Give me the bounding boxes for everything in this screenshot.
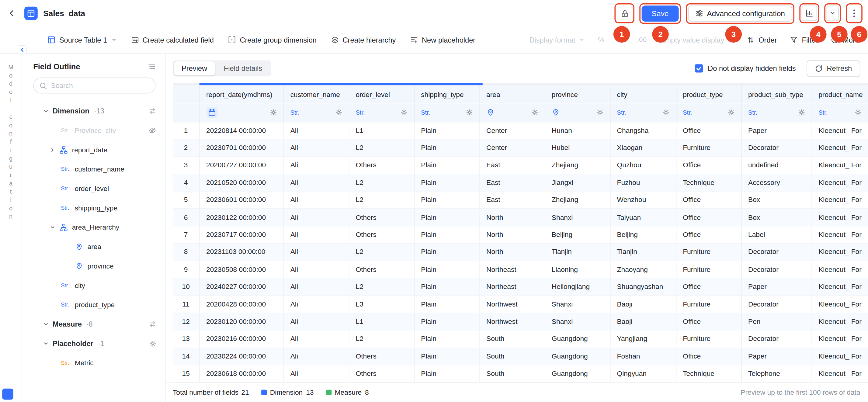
table-cell: Plain: [414, 261, 479, 278]
column-header-shipping_type[interactable]: shipping_type: [414, 85, 479, 103]
empty-value-display-dropdown[interactable]: Empty value display: [660, 36, 734, 44]
app-root: Sales_data Save Advanced configuration: [0, 0, 868, 402]
gear-icon[interactable]: [270, 109, 276, 116]
table-cell: Furniture: [676, 139, 741, 157]
gear-icon[interactable]: [728, 109, 735, 116]
column-header-product_name[interactable]: product_name: [811, 85, 868, 103]
create-calculated-field-button[interactable]: Create calculated field: [131, 36, 214, 44]
eye-off-icon[interactable]: [148, 126, 156, 134]
table-cell: Kleencut_ For: [811, 365, 868, 382]
switch-icon[interactable]: [149, 320, 156, 328]
gear-icon[interactable]: [662, 109, 669, 116]
column-header-province[interactable]: province: [545, 85, 610, 103]
gear-icon[interactable]: [531, 109, 538, 116]
gear-icon[interactable]: [401, 109, 407, 116]
tree-field-area_hierarchy[interactable]: area_Hierarchy: [22, 217, 165, 237]
tree-field-label: city: [75, 282, 85, 289]
tree-field-province_city[interactable]: Str.Province_city: [22, 121, 165, 140]
table-cell: Plain: [414, 243, 479, 260]
advanced-configuration-button[interactable]: Advanced configuration: [688, 5, 792, 21]
column-header-product_sub_type[interactable]: product_sub_type: [741, 85, 811, 103]
table-cell: Ali: [283, 122, 349, 139]
hidden-fields-checkbox[interactable]: [695, 64, 703, 72]
more-menu-button[interactable]: [848, 5, 860, 21]
tree-field-label: report_date: [72, 146, 107, 154]
tree-field-report_date[interactable]: report_date: [22, 140, 165, 160]
table-cell: Plain: [414, 347, 479, 365]
table-cell: Kleencut_ For: [811, 313, 868, 330]
gear-icon[interactable]: [798, 109, 805, 116]
column-type-cell-product_type: Str.: [676, 103, 741, 122]
tree-section-placeholder[interactable]: Placeholder·1: [22, 334, 165, 353]
table-row: 820231103 00:00:00AliL2PlainNorthTianjin…: [173, 243, 868, 260]
lock-icon: [620, 9, 629, 17]
table-cell: Office: [676, 209, 741, 226]
new-placeholder-button[interactable]: New placeholder: [410, 36, 475, 44]
field-outline-panel: Field Outline Dimension·13Str.Province_c…: [22, 54, 166, 402]
horizontal-scrollbar[interactable]: [199, 83, 483, 85]
tree-section-measure[interactable]: Measure·8: [22, 314, 165, 334]
create-hierarchy-button[interactable]: Create hierarchy: [331, 36, 396, 44]
table-cell: Kleencut_ For: [811, 278, 868, 296]
outline-list-icon[interactable]: [148, 63, 155, 70]
search-input[interactable]: [51, 82, 149, 89]
gear-icon[interactable]: [466, 109, 473, 116]
gear-icon[interactable]: [854, 109, 861, 116]
source-table-selector[interactable]: Source Table 1: [48, 36, 117, 44]
table-cell: Office: [676, 278, 741, 296]
collapse-panel-button[interactable]: [18, 45, 27, 54]
display-format-dropdown[interactable]: Display format: [529, 36, 585, 44]
chart-button[interactable]: [802, 5, 817, 21]
table-cell: 20230618 00:00:00: [199, 365, 283, 382]
table-cell: Kleencut_ For: [811, 296, 868, 313]
column-header-city[interactable]: city: [610, 85, 676, 103]
bottom-left-widget[interactable]: [2, 389, 13, 400]
column-header-order_level[interactable]: order_level: [349, 85, 414, 103]
switch-icon[interactable]: [149, 107, 156, 115]
refresh-button[interactable]: Refresh: [807, 60, 860, 76]
field-tree: Dimension·13Str.Province_cityreport_date…: [22, 97, 165, 372]
gear-icon[interactable]: [596, 109, 603, 116]
geo-icon: [75, 243, 83, 250]
table-cell: Plain: [414, 313, 479, 330]
table-cell: Pen: [741, 313, 811, 330]
table-cell: Label: [741, 226, 811, 243]
tree-field-city[interactable]: Str.city: [22, 276, 165, 295]
column-header-customer_name[interactable]: customer_name: [283, 85, 349, 103]
tree-field-product_type[interactable]: Str.product_type: [22, 295, 165, 314]
tree-field-customer_name[interactable]: Str.customer_name: [22, 159, 165, 179]
percent-format-button[interactable]: %: [598, 36, 604, 43]
tree-field-order_level[interactable]: Str.order_level: [22, 179, 165, 198]
create-group-dimension-button[interactable]: Create group dimension: [228, 36, 317, 44]
table-cell: Hubei: [545, 139, 610, 157]
chevron-left-icon: [8, 9, 15, 17]
table-cell: Paper: [741, 278, 811, 296]
table-row: 520230601 00:00:00AliL2PlainEastZhejiang…: [173, 191, 868, 209]
save-button[interactable]: Save: [642, 5, 679, 21]
lock-button[interactable]: [617, 5, 632, 21]
column-type-cell-area: [479, 103, 545, 122]
increase-decimal-button[interactable]: .00: [637, 36, 647, 43]
tree-field-area[interactable]: area: [22, 237, 165, 256]
tree-field-province[interactable]: province: [22, 256, 165, 276]
table-cell: Decorator: [741, 243, 811, 260]
tree-field-shipping_type[interactable]: Str.shipping_type: [22, 198, 165, 218]
tab-preview[interactable]: Preview: [174, 61, 215, 75]
table-cell: Ali: [283, 278, 349, 296]
back-button[interactable]: [8, 5, 20, 21]
gear-icon[interactable]: [335, 109, 342, 116]
tree-field-metric[interactable]: Str.Metric: [22, 353, 165, 372]
tree-section-dimension[interactable]: Dimension·13: [22, 101, 165, 121]
column-header-report_date(ymdhms)[interactable]: report_date(ymdhms): [199, 85, 283, 103]
order-button[interactable]: Order: [747, 36, 777, 44]
table-cell: Northeast: [479, 261, 545, 278]
total-fields-label: Total number of fields: [173, 389, 239, 396]
table-cell: Plain: [414, 122, 479, 139]
table-cell: 20230717 00:00:00: [199, 226, 283, 243]
table-cell: 20220814 00:00:00: [199, 122, 283, 139]
column-header-product_type[interactable]: product_type: [676, 85, 741, 103]
gear-icon[interactable]: [149, 340, 156, 347]
column-header-area[interactable]: area: [479, 85, 545, 103]
chart-dropdown-button[interactable]: [827, 5, 839, 21]
tab-field-details[interactable]: Field details: [216, 61, 270, 75]
